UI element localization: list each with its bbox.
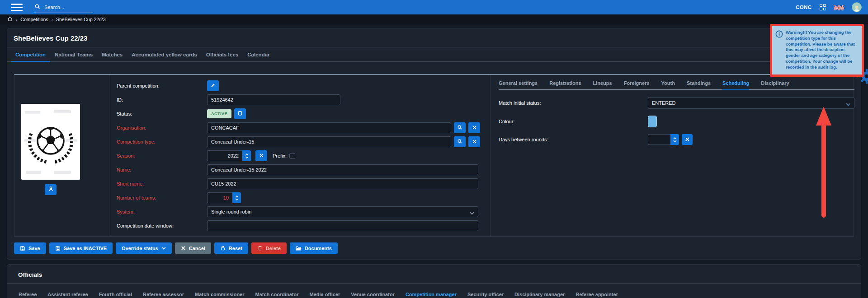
- officials-card: Officials Referee Assistant referee Four…: [7, 264, 861, 298]
- top-bar: CONC: [0, 0, 868, 14]
- tab-fourth-official[interactable]: Fourth official: [99, 292, 132, 298]
- save-icon: [55, 246, 61, 251]
- save-button[interactable]: Save: [14, 242, 46, 254]
- season-input[interactable]: [207, 150, 242, 161]
- tab-competition[interactable]: Competition: [11, 47, 50, 62]
- soccer-ball-laurel-logo: [21, 104, 80, 180]
- lock-icon: [220, 245, 226, 251]
- delete-button[interactable]: Delete: [251, 242, 287, 254]
- match-initial-status-value: ENTERED: [652, 100, 676, 106]
- number-of-teams-stepper[interactable]: [232, 192, 241, 203]
- short-name-input[interactable]: [207, 178, 478, 189]
- parent-competition-label: Parent competition:: [117, 83, 207, 88]
- chevron-down-icon: [673, 140, 677, 142]
- hamburger-menu-icon[interactable]: [11, 4, 23, 11]
- annotation-red-arrow: [814, 106, 835, 219]
- tab-venue-coordinator[interactable]: Venue coordinator: [351, 292, 395, 298]
- name-input[interactable]: [207, 164, 478, 175]
- tab-assistant-referee[interactable]: Assistant referee: [47, 292, 88, 298]
- days-between-rounds-input[interactable]: [648, 134, 670, 145]
- days-between-rounds-stepper[interactable]: [670, 134, 679, 145]
- form-row-organisation: Organisation:: [117, 122, 480, 133]
- pencil-icon: [210, 83, 216, 89]
- override-status-button-label: Override status: [122, 246, 158, 251]
- season-stepper[interactable]: [242, 150, 251, 161]
- competition-type-search-button[interactable]: [454, 136, 466, 147]
- chevron-down-icon: [245, 156, 249, 158]
- tab-standings[interactable]: Standings: [687, 80, 711, 90]
- apps-grid-icon[interactable]: [820, 4, 826, 11]
- tab-security-officer[interactable]: Security officer: [467, 292, 504, 298]
- close-icon: [181, 246, 186, 251]
- tab-lineups[interactable]: Lineups: [593, 80, 612, 90]
- organisation-clear-button[interactable]: [468, 122, 480, 133]
- tab-national-teams[interactable]: National Teams: [50, 47, 97, 62]
- tab-scheduling[interactable]: Scheduling: [722, 80, 749, 90]
- tab-calendar[interactable]: Calendar: [243, 47, 274, 62]
- system-select[interactable]: Single round robin: [207, 206, 478, 217]
- number-of-teams-label: Number of teams:: [117, 195, 207, 200]
- override-status-button[interactable]: Override status: [116, 242, 172, 254]
- days-between-rounds-clear-button[interactable]: [682, 134, 693, 145]
- tab-media-officer[interactable]: Media officer: [309, 292, 340, 298]
- row-colour: Colour:: [499, 116, 854, 127]
- organisation-input[interactable]: [207, 122, 451, 133]
- tab-match-coordinator[interactable]: Match coordinator: [255, 292, 299, 298]
- form-row-status: Status: ACTIVE: [117, 108, 480, 119]
- tab-registrations[interactable]: Registrations: [549, 80, 581, 90]
- form-row-season: Season: Prefix:: [117, 150, 480, 161]
- competition-form: Parent competition: ID: Status:: [109, 75, 490, 236]
- search-icon: [457, 139, 462, 145]
- number-of-teams-input[interactable]: [207, 192, 232, 203]
- cancel-button[interactable]: Cancel: [175, 242, 211, 254]
- search-icon: [34, 3, 40, 11]
- tab-matches[interactable]: Matches: [97, 47, 127, 62]
- change-logo-button[interactable]: [45, 184, 57, 195]
- edit-parent-competition-button[interactable]: [207, 80, 219, 91]
- save-as-inactive-button[interactable]: Save as INACTIVE: [49, 242, 113, 254]
- form-row-date-window: Competition date window:: [117, 220, 480, 231]
- tab-match-commissioner[interactable]: Match commissioner: [195, 292, 244, 298]
- annotation-warning-box: Warning!!! You are changing the competit…: [770, 24, 864, 77]
- prefix-checkbox[interactable]: [289, 153, 295, 159]
- form-row-id: ID:: [117, 94, 480, 105]
- search-input[interactable]: [43, 4, 92, 10]
- colour-label: Colour:: [499, 119, 648, 124]
- competition-type-label: Competition type:: [117, 139, 207, 144]
- competition-type-clear-button[interactable]: [468, 136, 480, 147]
- breadcrumb-competitions[interactable]: Competitions: [20, 17, 48, 22]
- action-bar: Save Save as INACTIVE Override status Ca…: [14, 242, 854, 254]
- tab-disciplinary[interactable]: Disciplinary: [761, 80, 789, 90]
- competition-type-input[interactable]: [207, 136, 451, 147]
- organisation-search-button[interactable]: [454, 122, 466, 133]
- tab-referee-assessor[interactable]: Referee assessor: [143, 292, 184, 298]
- colour-swatch[interactable]: [648, 116, 657, 127]
- reset-button[interactable]: Reset: [214, 242, 248, 254]
- season-clear-button[interactable]: [255, 150, 267, 161]
- global-search[interactable]: [33, 2, 93, 13]
- row-days-between-rounds: Days between rounds:: [499, 134, 854, 145]
- org-code-label[interactable]: CONC: [796, 5, 811, 10]
- tab-general-settings[interactable]: General settings: [499, 80, 538, 90]
- home-icon[interactable]: [7, 16, 13, 23]
- competition-logo[interactable]: [21, 104, 80, 180]
- tab-competition-manager[interactable]: Competition manager: [406, 292, 457, 298]
- status-history-button[interactable]: [234, 108, 246, 119]
- tab-referee[interactable]: Referee: [19, 292, 37, 298]
- user-avatar[interactable]: [852, 2, 862, 12]
- date-window-input[interactable]: [207, 220, 478, 231]
- officials-tab-bar: Referee Assistant referee Fourth officia…: [8, 284, 860, 298]
- breadcrumb-current[interactable]: SheBelieves Cup 22/23: [56, 17, 106, 22]
- tab-accumulated-yellow-cards[interactable]: Accumulated yellow cards: [127, 47, 201, 62]
- tab-foreigners[interactable]: Foreigners: [624, 80, 650, 90]
- documents-button[interactable]: Documents: [290, 242, 338, 254]
- tab-youth[interactable]: Youth: [661, 80, 675, 90]
- breadcrumb-separator: ›: [52, 17, 53, 22]
- tab-referee-appointer[interactable]: Referee appointer: [576, 292, 618, 298]
- page-title: SheBelieves Cup 22/23: [7, 28, 861, 47]
- chevron-down-icon: [161, 247, 166, 250]
- language-flag-uk-icon[interactable]: [834, 5, 844, 10]
- tab-officials-fees[interactable]: Officials fees: [202, 47, 243, 62]
- tab-disciplinary-manager[interactable]: Disciplinary manager: [514, 292, 565, 298]
- id-input[interactable]: [207, 94, 340, 105]
